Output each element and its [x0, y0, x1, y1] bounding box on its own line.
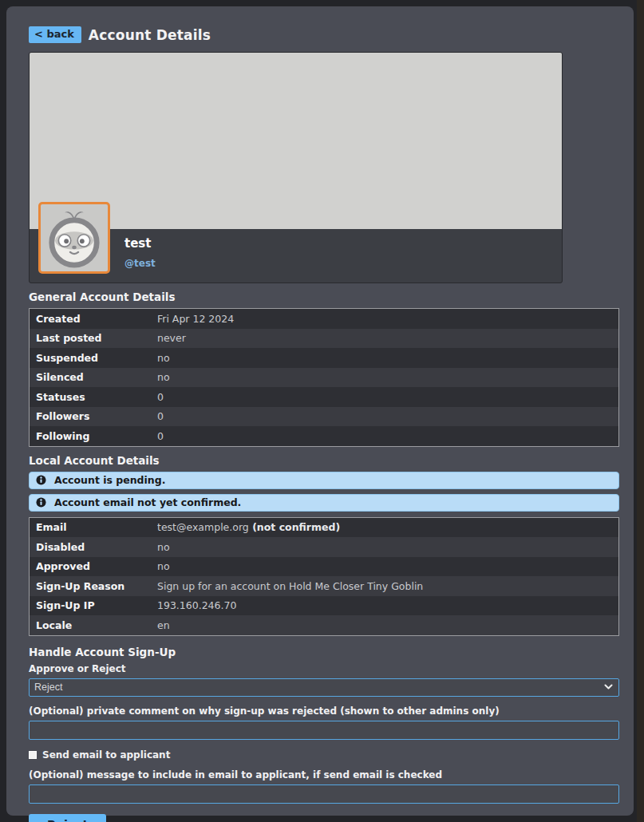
page-title: Account Details — [89, 27, 211, 43]
info-notice: Account is pending. — [29, 472, 619, 489]
row-label: Disabled — [30, 538, 151, 556]
profile-card-footer: test @test — [30, 229, 562, 283]
info-icon — [36, 497, 46, 508]
table-row: Statuses0 — [30, 387, 618, 407]
row-value: 0 — [151, 388, 170, 406]
info-icon — [36, 475, 46, 485]
notice-text: Account email not yet confirmed. — [54, 496, 241, 508]
email-message-input[interactable] — [29, 784, 619, 804]
account-details-panel: < back Account Details — [6, 6, 634, 816]
row-label: Followers — [30, 407, 151, 425]
avatar — [38, 202, 110, 274]
row-value: no — [151, 557, 176, 575]
row-value: no — [151, 538, 176, 556]
row-label: Approved — [30, 557, 151, 575]
row-value: en — [151, 616, 176, 634]
table-row: CreatedFri Apr 12 2024 — [30, 309, 618, 329]
general-account-table: CreatedFri Apr 12 2024Last postedneverSu… — [29, 308, 619, 447]
back-button[interactable]: < back — [29, 26, 81, 43]
send-email-checkbox[interactable] — [29, 751, 37, 759]
send-email-row: Send email to applicant — [29, 749, 619, 761]
sloth-mascot-icon — [41, 205, 107, 271]
email-message-label: (Optional) message to include in email t… — [29, 769, 619, 781]
approve-reject-label: Approve or Reject — [29, 663, 619, 674]
table-row: Sign-Up ReasonSign up for an account on … — [30, 576, 618, 596]
row-label: Last posted — [30, 329, 151, 347]
row-value: Sign up for an account on Hold Me Closer… — [151, 577, 429, 595]
row-value: no — [151, 349, 176, 367]
table-row: Emailtest@example.org (not confirmed) — [30, 518, 618, 538]
page-header: < back Account Details — [29, 26, 619, 43]
table-row: Approvedno — [30, 557, 618, 577]
row-value: Fri Apr 12 2024 — [151, 310, 240, 328]
profile-names: test @test — [124, 236, 156, 269]
row-label: Sign-Up IP — [30, 596, 151, 615]
table-row: Last postednever — [30, 329, 618, 349]
general-details-heading: General Account Details — [29, 290, 619, 303]
table-row: Followers0 — [30, 407, 618, 427]
local-account-table: Emailtest@example.org (not confirmed)Dis… — [29, 517, 619, 636]
table-row: Sign-Up IP193.160.246.70 — [30, 596, 618, 616]
row-label: Sign-Up Reason — [30, 577, 151, 595]
info-notice: Account email not yet confirmed. — [29, 494, 619, 512]
table-row: Localeen — [30, 615, 618, 635]
row-value: 193.160.246.70 — [151, 596, 243, 615]
row-value: 0 — [151, 427, 170, 445]
row-value: 0 — [151, 407, 170, 425]
account-handle[interactable]: @test — [124, 258, 156, 269]
handle-signup-heading: Handle Account Sign-Up — [29, 646, 619, 658]
row-label: Suspended — [30, 349, 151, 367]
approve-reject-select[interactable]: Reject — [29, 678, 619, 697]
row-value: no — [151, 368, 176, 386]
display-name: test — [124, 236, 156, 251]
profile-header-image — [30, 53, 562, 229]
table-row: Disabledno — [30, 537, 618, 557]
table-row: Silencedno — [30, 368, 618, 388]
table-row: Following0 — [30, 426, 618, 446]
row-label: Following — [30, 427, 151, 445]
private-comment-label: (Optional) private comment on why sign-u… — [29, 705, 619, 717]
reject-submit-button[interactable]: Reject — [29, 814, 106, 822]
row-label: Statuses — [30, 388, 151, 406]
row-label: Silenced — [30, 368, 151, 386]
account-notices: Account is pending.Account email not yet… — [29, 472, 619, 512]
row-value: never — [151, 329, 192, 347]
row-value: test@example.org (not confirmed) — [151, 518, 346, 536]
send-email-label[interactable]: Send email to applicant — [42, 749, 170, 761]
row-label: Email — [30, 518, 151, 536]
private-comment-input[interactable] — [29, 721, 619, 740]
profile-card: test @test — [29, 52, 563, 283]
row-label: Locale — [30, 616, 151, 634]
local-details-heading: Local Account Details — [29, 454, 619, 467]
row-label: Created — [30, 310, 151, 328]
scrollbar-track[interactable] — [637, 0, 644, 822]
table-row: Suspendedno — [30, 348, 618, 368]
approve-reject-select-wrap: Reject — [29, 678, 619, 697]
notice-text: Account is pending. — [54, 474, 165, 486]
